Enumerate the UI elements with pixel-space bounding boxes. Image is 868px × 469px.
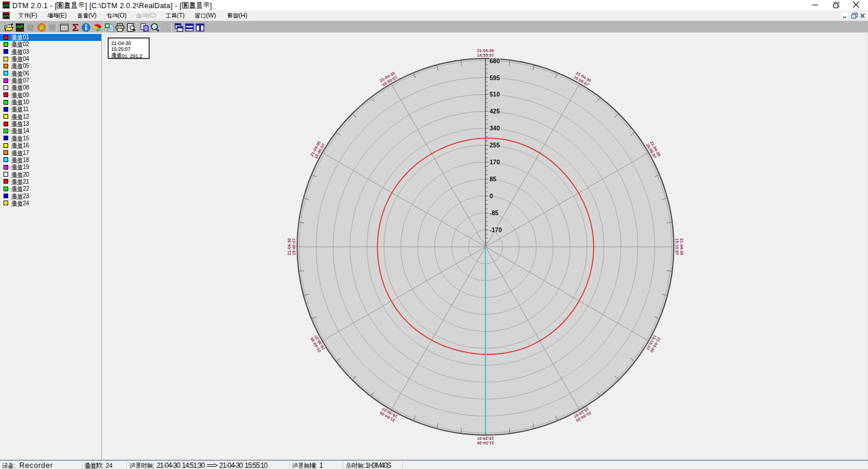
svg-text:21-04-30: 21-04-30	[680, 239, 684, 256]
svg-text:170: 170	[490, 158, 500, 165]
svg-text:-85: -85	[490, 209, 498, 216]
svg-text:21-04-30: 21-04-30	[477, 441, 494, 445]
svg-text:510: 510	[490, 91, 500, 98]
svg-text:0: 0	[490, 192, 493, 199]
svg-text:85: 85	[490, 175, 497, 182]
svg-text:21-04-30: 21-04-30	[287, 239, 291, 256]
svg-text:340: 340	[490, 125, 500, 132]
svg-text:15:10:07: 15:10:07	[675, 239, 679, 256]
svg-text:15:40:07: 15:40:07	[292, 239, 296, 256]
svg-text:425: 425	[490, 108, 500, 115]
svg-text:14:55:07: 14:55:07	[477, 53, 494, 57]
svg-text:21-04-30: 21-04-30	[477, 49, 494, 53]
svg-text:595: 595	[490, 74, 500, 81]
svg-text:680: 680	[490, 57, 500, 64]
svg-text:-170: -170	[490, 226, 502, 233]
svg-text:255: 255	[490, 142, 500, 149]
svg-text:15:25:07: 15:25:07	[477, 436, 494, 440]
